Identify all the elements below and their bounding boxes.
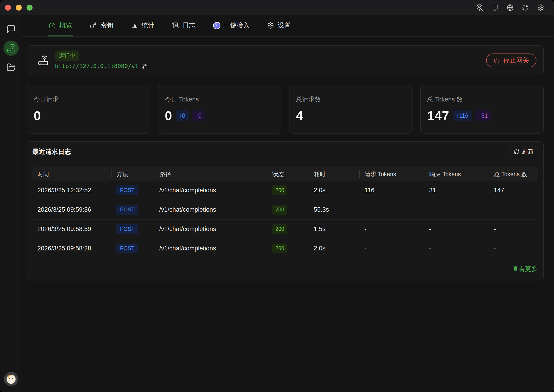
key-icon	[90, 22, 97, 29]
log-method-cell: POST	[111, 205, 154, 215]
router-icon	[7, 44, 16, 53]
close-button[interactable]	[5, 5, 11, 11]
log-time-cell: 2026/3/25 09:59:36	[32, 206, 111, 213]
log-duration-cell: 2.0s	[309, 187, 360, 194]
sidebar-item-files[interactable]	[7, 63, 16, 72]
content-area: 运行中 http://127.0.0.1:8080/v1 停止网关 今日请求0今…	[22, 37, 554, 392]
tab-label: 日志	[183, 21, 195, 30]
stat-label: 今日 Tokens	[165, 95, 281, 104]
refresh-icon	[514, 149, 519, 154]
main-area: 概览密钥统计日志>_一键接入设置 运行中 http://127.0.0.1:80…	[22, 15, 554, 392]
stat-card-total-tokens: 总 Tokens 数147↑116↓31	[420, 85, 544, 133]
zoom-button[interactable]	[27, 5, 33, 11]
stat-down-badge: ↓31	[475, 111, 491, 121]
minimize-button[interactable]	[16, 5, 22, 11]
copy-icon[interactable]	[142, 64, 148, 70]
column-header: 总 Tokens 数	[489, 170, 538, 178]
log-resp-tokens-cell: -	[424, 206, 489, 213]
tab-label: 密钥	[101, 21, 113, 30]
stat-up-badge: ↑0	[176, 111, 188, 121]
sidebar-item-gateway[interactable]	[3, 41, 19, 56]
log-path-cell: /v1/chat/completions	[154, 206, 267, 213]
log-method-cell: POST	[111, 224, 154, 234]
tab-one-click-access[interactable]: >_一键接入	[213, 15, 250, 36]
refresh-button[interactable]: 刷新	[509, 146, 538, 157]
user-avatar[interactable]	[4, 372, 18, 386]
log-req-tokens-cell: -	[360, 245, 424, 252]
titlebar-actions	[476, 4, 544, 11]
one-click-icon: >_	[213, 22, 220, 29]
stat-value: 4	[296, 108, 303, 123]
log-status-cell: 200	[267, 224, 309, 234]
stat-label: 今日请求	[34, 95, 150, 104]
tab-statistics[interactable]: 统计	[130, 15, 155, 36]
app-window: 概览密钥统计日志>_一键接入设置 运行中 http://127.0.0.1:80…	[0, 0, 554, 392]
log-duration-cell: 2.0s	[309, 245, 360, 252]
stat-card-today-requests: 今日请求0	[27, 85, 150, 133]
scroll-icon	[172, 22, 179, 29]
status-badge: 200	[272, 224, 287, 234]
log-req-tokens-cell: -	[360, 225, 424, 233]
gauge-icon	[49, 22, 56, 29]
stat-label: 总 Tokens 数	[427, 95, 543, 104]
tab-overview[interactable]: 概览	[48, 15, 73, 36]
power-icon	[494, 57, 500, 64]
globe-icon[interactable]	[507, 4, 514, 11]
log-req-tokens-cell: 116	[360, 187, 424, 194]
stat-up-badge: ↑116	[453, 111, 471, 121]
log-time-cell: 2026/3/25 12:32:52	[32, 187, 111, 194]
stat-value: 0	[34, 108, 41, 123]
tab-logs[interactable]: 日志	[172, 15, 196, 36]
sidebar-item-chat[interactable]	[7, 24, 16, 34]
gateway-status-card: 运行中 http://127.0.0.1:8080/v1 停止网关	[27, 45, 544, 75]
log-req-tokens-cell: -	[360, 206, 424, 213]
log-panel-title: 最近请求日志	[32, 147, 71, 156]
refresh-icon[interactable]	[522, 4, 529, 11]
log-resp-tokens-cell: 31	[424, 187, 489, 194]
folder-open-icon	[7, 63, 16, 72]
stat-value: 147	[427, 108, 449, 123]
table-row: 2026/3/25 12:32:52POST/v1/chat/completio…	[32, 181, 538, 200]
settings-icon[interactable]	[537, 4, 544, 11]
view-more-link[interactable]: 查看更多	[512, 265, 537, 273]
bar-chart-icon	[131, 22, 138, 29]
method-badge: POST	[116, 224, 138, 234]
stop-gateway-button[interactable]: 停止网关	[486, 54, 536, 67]
column-header: 响应 Tokens	[424, 170, 489, 178]
log-status-cell: 200	[267, 244, 309, 253]
stop-gateway-label: 停止网关	[503, 56, 529, 65]
log-time-cell: 2026/3/25 09:58:59	[32, 225, 111, 233]
log-method-cell: POST	[111, 244, 154, 253]
tab-keys[interactable]: 密钥	[89, 15, 114, 36]
column-header: 时间	[32, 170, 111, 178]
log-duration-cell: 55.3s	[309, 206, 360, 213]
log-path-cell: /v1/chat/completions	[154, 225, 267, 233]
chat-bubble-icon	[7, 24, 16, 34]
titlebar	[0, 0, 554, 15]
stat-cards: 今日请求0今日 Tokens0↑0↓0总请求数4总 Tokens 数147↑11…	[27, 85, 544, 133]
stat-card-today-tokens: 今日 Tokens0↑0↓0	[158, 85, 281, 133]
column-header: 路径	[154, 170, 267, 178]
log-total-tokens-cell: -	[489, 206, 538, 213]
method-badge: POST	[116, 205, 138, 215]
log-total-tokens-cell: 147	[489, 187, 538, 194]
gateway-url-link[interactable]: http://127.0.0.1:8080/v1	[55, 63, 138, 70]
log-time-cell: 2026/3/25 09:58:28	[32, 245, 111, 252]
router-icon	[38, 55, 49, 66]
log-status-cell: 200	[267, 205, 309, 215]
display-icon[interactable]	[491, 4, 498, 11]
status-badge: 运行中	[55, 50, 79, 61]
log-total-tokens-cell: -	[489, 245, 538, 252]
stat-card-total-requests: 总请求数4	[289, 85, 412, 133]
log-table-header: 时间方法路径状态耗时请求 Tokens响应 Tokens总 Tokens 数	[32, 168, 538, 181]
log-resp-tokens-cell: -	[424, 245, 489, 252]
log-duration-cell: 1.5s	[309, 225, 360, 233]
pin-off-icon[interactable]	[476, 4, 483, 11]
tab-settings[interactable]: 设置	[267, 15, 291, 36]
tab-bar: 概览密钥统计日志>_一键接入设置	[22, 15, 554, 37]
tab-label: 设置	[278, 21, 291, 30]
column-header: 状态	[267, 170, 309, 178]
app-body: 概览密钥统计日志>_一键接入设置 运行中 http://127.0.0.1:80…	[0, 15, 554, 392]
log-path-cell: /v1/chat/completions	[154, 187, 267, 194]
status-badge: 200	[272, 205, 287, 215]
